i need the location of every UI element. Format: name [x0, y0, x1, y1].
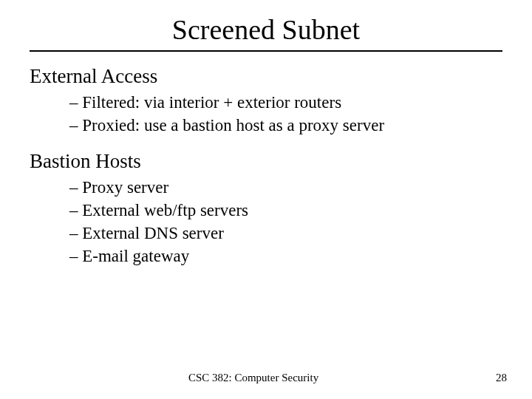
- section-bastion-hosts: Bastion Hosts Proxy server External web/…: [30, 150, 502, 267]
- bullet-list: Proxy server External web/ftp servers Ex…: [69, 176, 502, 267]
- section-external-access: External Access Filtered: via interior +…: [30, 65, 502, 137]
- page-number: 28: [496, 372, 507, 384]
- list-item: External DNS server: [69, 222, 502, 245]
- title-rule: [30, 50, 502, 52]
- list-item: Filtered: via interior + exterior router…: [69, 91, 502, 114]
- footer-text: CSC 382: Computer Security: [0, 372, 507, 384]
- list-item: E-mail gateway: [69, 245, 502, 267]
- slide: Screened Subnet External Access Filtered…: [0, 0, 532, 399]
- slide-footer: CSC 382: Computer Security 28: [0, 372, 532, 384]
- bullet-list: Filtered: via interior + exterior router…: [69, 91, 502, 137]
- section-heading: External Access: [30, 65, 502, 88]
- slide-title: Screened Subnet: [30, 13, 502, 46]
- section-heading: Bastion Hosts: [30, 150, 502, 173]
- list-item: Proxied: use a bastion host as a proxy s…: [69, 114, 502, 137]
- list-item: Proxy server: [69, 176, 502, 199]
- list-item: External web/ftp servers: [69, 199, 502, 222]
